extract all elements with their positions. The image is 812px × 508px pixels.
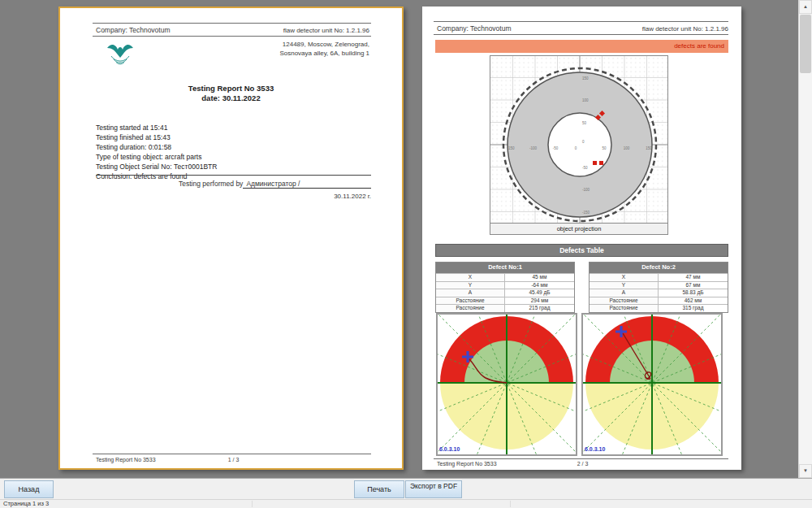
- defect-1-header: Defect No:1: [436, 263, 574, 273]
- page-indicator: Страница 1 из 3: [3, 500, 49, 508]
- signature-value: Администратор /: [243, 180, 371, 189]
- info-line: Testing Object Serial No: Тест0001BTR: [96, 162, 217, 172]
- svg-text:150: 150: [582, 76, 589, 80]
- unit-number-label: flaw detector unit No: 1.2.1.96: [283, 27, 369, 34]
- report-page-2[interactable]: Company: Technovotum flaw detector unit …: [422, 7, 741, 470]
- defect-1-polar-gauge: 6.0.3.10: [436, 313, 577, 456]
- print-button[interactable]: Печать: [354, 480, 404, 498]
- table-row: A 58.83 дБ: [590, 289, 728, 297]
- svg-text:-100: -100: [582, 188, 590, 192]
- svg-text:-150: -150: [507, 146, 515, 150]
- defects-table-title: Defects Table: [435, 244, 728, 257]
- signature-rule: [96, 175, 371, 176]
- company-address: 124489, Moscow, Zelenograd, Sosnovaya al…: [279, 40, 369, 58]
- page-footer: Testing Report No 3533 1 / 3: [96, 457, 371, 462]
- defect-2-table: Defect No:2 X 47 мм Y 67 мм A 58.83 дБ Р…: [589, 262, 728, 313]
- signature-date: 30.11.2022 г.: [334, 193, 371, 200]
- svg-text:100: 100: [624, 146, 630, 150]
- table-row: Расстояние 462 мм: [590, 297, 728, 305]
- svg-text:-50: -50: [582, 166, 588, 170]
- gauge-version-label: 6.0.3.10: [585, 446, 605, 452]
- projection-caption: object projection: [490, 223, 667, 234]
- table-row: Y 67 мм: [590, 281, 728, 289]
- statusbar-separator: [510, 501, 511, 507]
- footer-rule: [93, 454, 371, 454]
- company-logo-icon: [104, 39, 136, 72]
- defect-1-table: Defect No:1 X 45 мм Y -64 мм A 45.49 дБ …: [435, 262, 575, 313]
- report-page-1[interactable]: Company: Technovotum flaw detector unit …: [58, 7, 404, 470]
- company-label: Company: Technovotum: [437, 24, 512, 33]
- vertical-scrollbar[interactable]: ▲ ▼: [798, 0, 812, 478]
- header-rule: [434, 21, 728, 22]
- info-line: Testing duration: 0:01:58: [96, 142, 217, 152]
- export-pdf-button[interactable]: Экспорт в PDF: [405, 480, 462, 498]
- unit-number-label: flaw detector unit No: 1.2.1.96: [642, 25, 728, 33]
- svg-text:-100: -100: [529, 146, 538, 150]
- signature-line: Testing performed by Администратор /: [96, 180, 371, 189]
- svg-text:-150: -150: [582, 211, 590, 215]
- svg-text:-50: -50: [553, 146, 559, 150]
- info-line: Testing finished at 15:43: [96, 132, 217, 142]
- statusbar-separator: [252, 501, 253, 507]
- header-rule: [434, 34, 728, 35]
- defect-2-header: Defect No:2: [590, 263, 728, 273]
- object-projection-chart: 150 100 50 0 -50 -100 -150 -150 -100 -50…: [490, 55, 668, 235]
- table-row: X 47 мм: [590, 273, 728, 281]
- scrollbar-thumb[interactable]: [800, 15, 811, 73]
- info-line: Testing started at 15:41: [96, 123, 217, 132]
- report-viewer-canvas: Company: Technovotum flaw detector unit …: [0, 0, 812, 478]
- svg-text:100: 100: [582, 98, 589, 102]
- conclusion-banner: defects are found: [435, 40, 728, 53]
- scroll-down-button[interactable]: ▼: [799, 464, 812, 478]
- defect-2-polar-gauge: 6.0.3.10: [581, 313, 723, 456]
- svg-text:150: 150: [646, 146, 652, 150]
- table-row: Расстояние 294 мм: [436, 297, 574, 305]
- info-line: Type of testing object: arcraft parts: [96, 152, 217, 162]
- scroll-up-button[interactable]: ▲: [799, 0, 812, 14]
- header-rule: [93, 36, 371, 37]
- table-row: Расстояние 215 град: [436, 304, 574, 312]
- svg-text:50: 50: [582, 121, 587, 125]
- table-row: Расстояние 315 град: [590, 304, 728, 312]
- page-number: 2 / 3: [437, 461, 728, 467]
- svg-text:50: 50: [602, 146, 607, 150]
- footer-rule: [434, 458, 728, 459]
- testing-info-block: Testing started at 15:41 Testing finishe…: [96, 123, 217, 181]
- table-row: A 45.49 дБ: [436, 289, 574, 297]
- page-footer: Testing Report No 3533 2 / 3: [437, 461, 728, 467]
- page-number: 1 / 3: [96, 457, 371, 462]
- back-button[interactable]: Назад: [4, 480, 54, 498]
- table-row: X 45 мм: [436, 273, 574, 281]
- company-label: Company: Technovotum: [96, 26, 171, 34]
- report-title: Testing Report No 3533 date: 30.11.2022: [60, 84, 402, 103]
- bottom-toolbar: Назад Печать Экспорт в PDF: [0, 478, 812, 499]
- object-projection-plot: 150 100 50 0 -50 -100 -150 -150 -100 -50…: [490, 56, 667, 223]
- table-row: Y -64 мм: [436, 281, 574, 289]
- status-bar: Страница 1 из 3: [0, 499, 812, 508]
- header-rule: [93, 23, 371, 24]
- object-inner-hole: [548, 113, 611, 176]
- gauge-version-label: 6.0.3.10: [439, 446, 460, 452]
